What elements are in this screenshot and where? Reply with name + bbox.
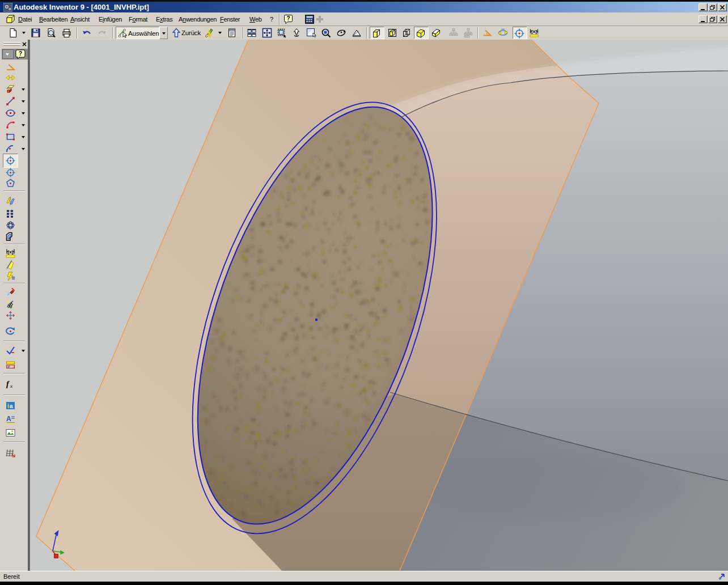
svg-text:⊥: ⊥ xyxy=(12,365,15,368)
svg-text:A: A xyxy=(6,415,11,423)
svg-text:[x]: [x] xyxy=(531,29,537,34)
svg-text:[x]: [x] xyxy=(8,249,14,255)
svg-text:f: f xyxy=(6,380,10,388)
svg-text:a: a xyxy=(10,403,13,409)
svg-text:x: x xyxy=(10,383,12,389)
svg-text:i: i xyxy=(7,403,9,409)
svg-text:?: ? xyxy=(286,15,290,22)
svg-text:?: ? xyxy=(19,50,22,57)
